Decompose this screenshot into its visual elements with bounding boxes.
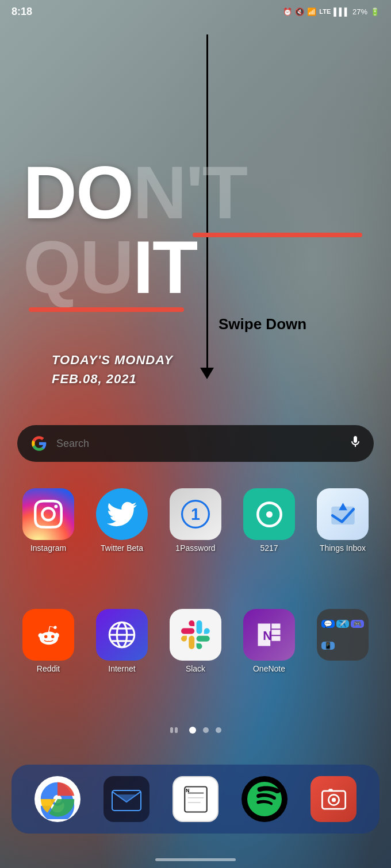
- date-line1: TODAY'S MONDAY: [52, 353, 173, 367]
- quit-row: QU IT: [23, 230, 368, 304]
- svg-text:N: N: [263, 628, 272, 643]
- date-line2: FEB.08, 2021: [52, 372, 137, 386]
- search-input[interactable]: [56, 425, 342, 462]
- app-twitter[interactable]: Twitter Beta: [90, 488, 154, 553]
- red-strikethrough-1: [193, 233, 362, 237]
- red-strikethrough-2: [29, 307, 184, 312]
- nt-text: N'T: [133, 155, 247, 230]
- svg-marker-16: [116, 794, 137, 803]
- slack-label: Slack: [186, 664, 205, 673]
- twitter-label: Twitter Beta: [101, 543, 143, 553]
- do-text: DO: [23, 155, 133, 230]
- svg-point-3: [266, 511, 273, 518]
- app-5217[interactable]: 5217: [237, 488, 301, 553]
- reddit-label: Reddit: [37, 664, 60, 673]
- dock-screenshot[interactable]: [310, 776, 356, 822]
- mic-icon[interactable]: [348, 435, 362, 452]
- page-grid-icon: [170, 727, 178, 733]
- signal-bars: ▌▌▌: [334, 7, 350, 16]
- screenshot-icon: [310, 776, 356, 822]
- swipe-down-label: Swipe Down: [218, 316, 306, 333]
- app-row-1: Instagram Twitter Beta 1 1Password 5217: [0, 488, 391, 553]
- dock-email[interactable]: [103, 776, 150, 822]
- onenote-icon: N: [243, 609, 295, 661]
- folder-icon: 💬 ✈️ 🎮 📱: [317, 609, 369, 661]
- status-time: 8:18: [12, 6, 32, 18]
- dock-spotify[interactable]: [241, 776, 288, 822]
- app-slack[interactable]: Slack: [164, 609, 227, 673]
- reddit-icon: [22, 609, 74, 661]
- svg-text:1: 1: [191, 505, 200, 523]
- mute-icon: 🔇: [295, 7, 304, 16]
- 1password-icon: 1: [170, 488, 221, 540]
- app-1password[interactable]: 1 1Password: [164, 488, 227, 553]
- lte-label: LTE: [319, 8, 331, 15]
- dock-chrome[interactable]: [34, 776, 80, 822]
- app-internet[interactable]: Internet: [90, 609, 154, 673]
- app-row-2: Reddit Internet Slack: [0, 609, 391, 673]
- google-search-bar[interactable]: [17, 425, 374, 462]
- 1password-label: 1Password: [175, 543, 215, 553]
- dock-notion[interactable]: N: [172, 776, 218, 822]
- wallpaper-text-area: DO N'T QU IT Swipe Down TODAY'S MONDAY F…: [0, 29, 391, 431]
- things-inbox-icon: [317, 488, 369, 540]
- email-icon: [103, 776, 150, 822]
- status-icons: ⏰ 🔇 📶 LTE ▌▌▌ 27% 🔋: [283, 7, 379, 16]
- 5217-icon: [243, 488, 295, 540]
- page-dot-2: [203, 727, 209, 733]
- instagram-icon: [22, 488, 74, 540]
- app-things-inbox[interactable]: Things Inbox: [311, 488, 374, 553]
- home-indicator: [155, 858, 236, 861]
- 5217-label: 5217: [260, 543, 278, 553]
- internet-label: Internet: [108, 664, 135, 673]
- page-dot-3: [216, 727, 221, 733]
- page-indicators: [0, 727, 391, 734]
- svg-text:N: N: [185, 788, 189, 793]
- instagram-label: Instagram: [30, 543, 66, 553]
- it-text: IT: [133, 230, 197, 304]
- app-onenote[interactable]: N OneNote: [237, 609, 301, 673]
- notion-icon: N: [172, 776, 218, 822]
- status-bar: 8:18 ⏰ 🔇 📶 LTE ▌▌▌ 27% 🔋: [0, 0, 391, 23]
- app-reddit[interactable]: Reddit: [17, 609, 80, 673]
- chrome-icon: [34, 776, 80, 822]
- dock: N: [12, 765, 379, 834]
- alarm-icon: ⏰: [283, 7, 292, 16]
- svg-point-25: [331, 797, 335, 801]
- wifi-icon: 📶: [307, 7, 316, 16]
- slack-icon: [170, 609, 221, 661]
- battery-icon: 🔋: [370, 7, 379, 16]
- onenote-label: OneNote: [253, 664, 285, 673]
- things-inbox-label: Things Inbox: [320, 543, 366, 553]
- page-dot-1: [189, 727, 196, 734]
- spotify-icon: [241, 776, 288, 822]
- google-logo: [29, 433, 49, 454]
- date-text: TODAY'S MONDAY FEB.08, 2021: [52, 350, 173, 388]
- svg-rect-26: [328, 789, 332, 792]
- qu-text: QU: [23, 230, 133, 304]
- app-folder[interactable]: 💬 ✈️ 🎮 📱 ·: [311, 609, 374, 665]
- app-instagram[interactable]: Instagram: [17, 488, 80, 553]
- dont-row: DO N'T: [23, 155, 368, 230]
- motivational-text: DO N'T QU IT Swipe Down TODAY'S MONDAY F…: [23, 155, 368, 304]
- battery-text: 27%: [352, 7, 367, 16]
- internet-icon: [96, 609, 148, 661]
- twitter-icon: [96, 488, 148, 540]
